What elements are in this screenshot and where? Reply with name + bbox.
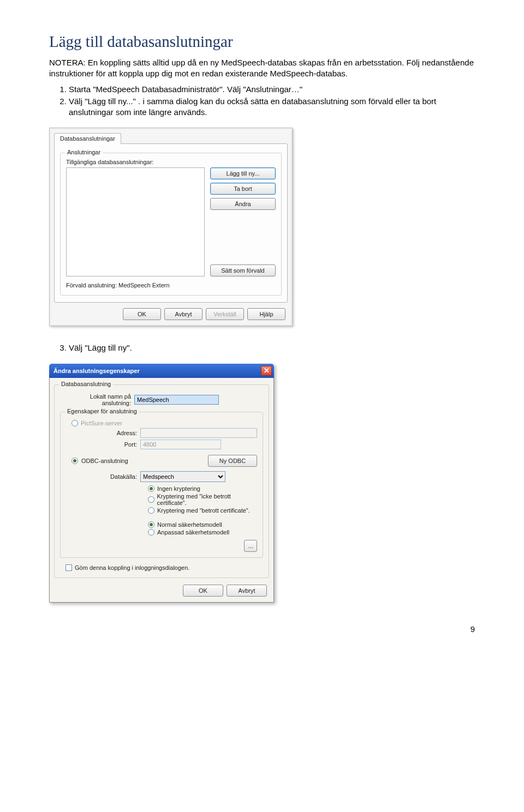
crypt-untrusted-radio[interactable]: Kryptering med "icke betrott certificate… bbox=[148, 493, 257, 506]
ok-button[interactable]: OK bbox=[123, 308, 161, 320]
fieldset-connections-legend: Anslutningar bbox=[65, 149, 103, 155]
page-number: 9 bbox=[49, 624, 475, 634]
crypt-none-label: Ingen kryptering bbox=[157, 485, 200, 492]
hide-coupling-checkbox[interactable] bbox=[66, 564, 72, 571]
titlebar[interactable]: Ändra anslutningsegenskaper ✕ bbox=[49, 364, 274, 378]
fieldset-db-connection-legend: Databasanslutning bbox=[59, 381, 113, 387]
datasource-select[interactable]: Medspeech bbox=[140, 471, 225, 482]
cancel-button[interactable]: Avbryt bbox=[227, 585, 267, 597]
steps-list-1: Starta "MedSpeech Databasadministratör".… bbox=[49, 84, 475, 118]
step-item: Välj "Lägg till ny..." . i samma dialog … bbox=[69, 96, 475, 118]
crypt-none-radio[interactable]: Ingen kryptering bbox=[148, 485, 257, 492]
datasource-label: Datakälla: bbox=[66, 473, 137, 480]
tab-db-connections[interactable]: Databasanslutningar bbox=[54, 133, 121, 144]
edit-button[interactable]: Ändra bbox=[210, 198, 276, 210]
pictsure-radio[interactable]: PictSure-server bbox=[72, 420, 257, 426]
crypt-trusted-label: Kryptering med "betrott certificate". bbox=[157, 507, 250, 514]
new-odbc-button[interactable]: Ny ODBC bbox=[208, 455, 257, 467]
steps-list-2: Välj "Lägg till ny". bbox=[49, 342, 475, 353]
ellipsis-button[interactable]: ... bbox=[244, 540, 257, 552]
ok-button[interactable]: OK bbox=[183, 585, 223, 597]
odbc-radio[interactable] bbox=[72, 458, 78, 464]
local-name-input[interactable] bbox=[134, 395, 219, 405]
dialog-db-connections: Databasanslutningar Anslutningar Tillgän… bbox=[49, 128, 293, 326]
security-normal-radio[interactable]: Normal säkerhetsmodell bbox=[148, 521, 257, 528]
intro-paragraph: NOTERA: En koppling sätts alltid upp då … bbox=[49, 57, 475, 80]
address-label: Adress: bbox=[66, 430, 137, 436]
add-new-button[interactable]: Lägg till ny... bbox=[210, 167, 276, 179]
step-item: Starta "MedSpeech Databasadministratör".… bbox=[69, 84, 475, 95]
set-default-button[interactable]: Sätt som förvald bbox=[210, 264, 276, 276]
crypt-trusted-radio[interactable]: Kryptering med "betrott certificate". bbox=[148, 507, 257, 514]
help-button[interactable]: Hjälp bbox=[247, 308, 285, 320]
apply-button[interactable]: Verkställ bbox=[206, 308, 244, 320]
dialog-connection-properties: Ändra anslutningsegenskaper ✕ Databasans… bbox=[49, 364, 274, 603]
page-heading: Lägg till databasanslutningar bbox=[49, 33, 475, 51]
fieldset-props-legend: Egenskaper för anslutning bbox=[65, 408, 139, 414]
security-custom-radio[interactable]: Anpassad säkerhetsmodell bbox=[148, 529, 257, 536]
local-name-label: Lokalt namn på anslutning: bbox=[60, 393, 131, 406]
port-label: Port: bbox=[66, 441, 137, 448]
hide-coupling-label: Göm denna koppling i inloggningsdialogen… bbox=[75, 564, 189, 571]
step-item: Välj "Lägg till ny". bbox=[69, 342, 475, 353]
crypt-untrusted-label: Kryptering med "icke betrott certificate… bbox=[157, 493, 257, 506]
pictsure-radio-label: PictSure-server bbox=[81, 420, 122, 426]
address-input[interactable] bbox=[140, 428, 257, 438]
odbc-radio-label: ODBC-anslutning bbox=[81, 458, 128, 464]
close-icon[interactable]: ✕ bbox=[261, 366, 272, 376]
dialog-title: Ändra anslutningsegenskaper bbox=[53, 368, 140, 374]
default-connection-status: Förvald anslutning: MedSpeech Extern bbox=[66, 282, 276, 288]
connections-listbox[interactable] bbox=[66, 167, 205, 276]
port-input[interactable] bbox=[140, 440, 221, 449]
list-label: Tillgängliga databasanslutningar: bbox=[66, 159, 276, 165]
remove-button[interactable]: Ta bort bbox=[210, 183, 276, 195]
security-normal-label: Normal säkerhetsmodell bbox=[157, 521, 222, 528]
cancel-button[interactable]: Avbryt bbox=[164, 308, 203, 320]
security-custom-label: Anpassad säkerhetsmodell bbox=[157, 529, 229, 536]
